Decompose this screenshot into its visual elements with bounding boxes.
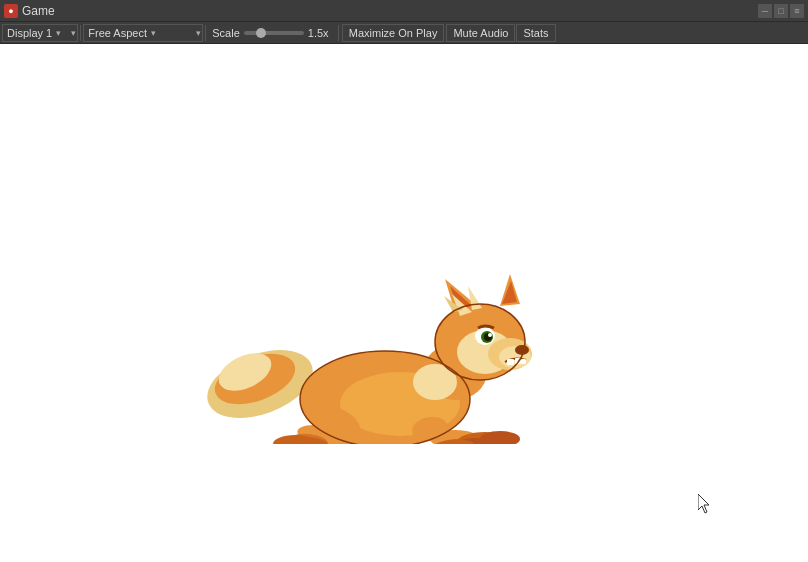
svg-rect-25 (507, 359, 514, 365)
svg-rect-27 (521, 359, 526, 364)
aspect-select-wrapper[interactable]: Free Aspect ▾ (83, 24, 203, 42)
maximize-on-play-label: Maximize On Play (349, 27, 438, 39)
title-bar: ● Game ─ □ ≡ (0, 0, 808, 22)
display-select-wrapper[interactable]: Display 1 ▾ (2, 24, 78, 42)
menu-button[interactable]: ≡ (790, 4, 804, 18)
scale-slider[interactable] (244, 31, 304, 35)
scale-section: Scale 1.5x (212, 27, 332, 39)
fox-svg (200, 224, 540, 444)
window-title: Game (22, 4, 55, 18)
maximize-on-play-button[interactable]: Maximize On Play (342, 24, 445, 42)
aspect-select[interactable]: Free Aspect ▾ (83, 24, 203, 42)
separator-3 (338, 25, 339, 41)
aspect-select-label: Free Aspect (88, 27, 147, 39)
display-select[interactable]: Display 1 ▾ (2, 24, 78, 42)
fox-character (200, 224, 540, 447)
scale-label: Scale (212, 27, 240, 39)
scale-value: 1.5x (308, 27, 332, 39)
stats-label: Stats (523, 27, 548, 39)
maximize-button[interactable]: □ (774, 4, 788, 18)
game-canvas (0, 44, 808, 562)
window-icon: ● (4, 4, 18, 18)
mouse-cursor (698, 494, 714, 514)
separator-1 (80, 25, 81, 41)
svg-point-35 (413, 364, 457, 400)
aspect-chevron-icon: ▾ (151, 28, 156, 38)
separator-2 (205, 25, 206, 41)
display-select-label: Display 1 (7, 27, 52, 39)
minimize-button[interactable]: ─ (758, 4, 772, 18)
stats-button[interactable]: Stats (516, 24, 555, 42)
svg-point-31 (488, 333, 492, 337)
svg-marker-40 (698, 494, 709, 513)
display-chevron-icon: ▾ (56, 28, 61, 38)
svg-point-24 (515, 345, 529, 355)
title-bar-left: ● Game (4, 4, 55, 18)
game-toolbar: Display 1 ▾ Free Aspect ▾ Scale 1.5x Max… (0, 22, 808, 44)
mute-audio-button[interactable]: Mute Audio (446, 24, 515, 42)
mute-audio-label: Mute Audio (453, 27, 508, 39)
title-bar-controls: ─ □ ≡ (758, 4, 804, 18)
unity-game-window: ● Game ─ □ ≡ Display 1 ▾ Free Aspect ▾ (0, 0, 808, 562)
